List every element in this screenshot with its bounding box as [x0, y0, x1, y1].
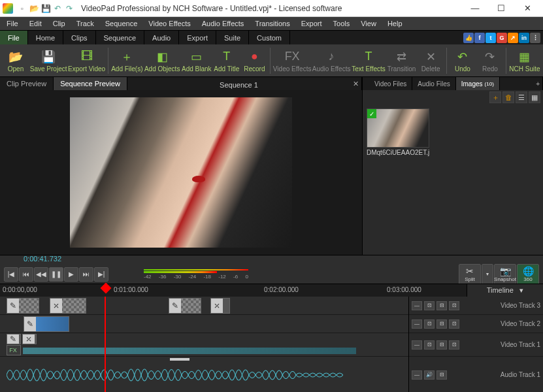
track-fx-button[interactable]: ⊡: [424, 301, 435, 310]
ribbon-record-button[interactable]: ●Record: [241, 46, 267, 76]
ribbon-export-video-button[interactable]: 🎞Export Video: [68, 46, 105, 76]
menu-help[interactable]: Help: [382, 18, 408, 29]
clip-transition[interactable]: ✎: [7, 298, 39, 314]
menu-transitions[interactable]: Transitions: [250, 18, 295, 29]
list-view-icon[interactable]: ☰: [516, 91, 527, 103]
ribbon-video-effects-button[interactable]: FXVideo Effects: [273, 46, 311, 76]
clip-transition[interactable]: ⤫: [50, 298, 86, 314]
ribbon-delete-button[interactable]: ✕Delete: [418, 46, 444, 76]
goto-start-button[interactable]: |◀: [4, 267, 18, 282]
ribbon-redo-button[interactable]: ↷Redo: [477, 46, 503, 76]
ribbon-add-title-button[interactable]: TAdd Title: [213, 46, 240, 76]
ribbon-nch-suite-button[interactable]: ▦NCH Suite: [509, 46, 540, 76]
snapshot-button[interactable]: 📷Snapshot: [494, 264, 516, 285]
menu-video-effects[interactable]: Video Effects: [143, 18, 195, 29]
menu-edit[interactable]: Edit: [24, 18, 47, 29]
tab-audio[interactable]: Audio: [144, 31, 179, 44]
linkedin-icon[interactable]: in: [519, 33, 529, 43]
tab-suite[interactable]: Suite: [216, 31, 249, 44]
play-button[interactable]: ▶: [64, 267, 78, 282]
redo-icon[interactable]: ↷: [64, 3, 74, 14]
ribbon-text-effects-button[interactable]: TText Effects: [352, 46, 386, 76]
track-mute-button[interactable]: —: [412, 301, 422, 310]
ribbon-add-blank-button[interactable]: ▭Add Blank: [181, 46, 212, 76]
tab-home[interactable]: Home: [28, 31, 63, 44]
playhead-line[interactable]: [105, 297, 106, 392]
track-video-3[interactable]: ✎ ⤫ ✎ ⤫: [0, 297, 408, 315]
timeline-tab[interactable]: Timeline ▾: [467, 284, 543, 297]
tab-clips[interactable]: Clips: [63, 31, 95, 44]
track-mute-button[interactable]: —: [412, 370, 422, 380]
timeline-tracks[interactable]: ✎ ⤫ ✎ ⤫ ✎ ✎ ⤫ FX: [0, 297, 408, 392]
menu-dots-icon[interactable]: ⋮: [530, 33, 540, 43]
clip-transition[interactable]: ✎: [169, 298, 201, 314]
menu-view[interactable]: View: [355, 18, 382, 29]
playhead-icon[interactable]: [101, 283, 112, 294]
tab-export[interactable]: Export: [179, 31, 216, 44]
track-video-2[interactable]: ✎: [0, 315, 408, 333]
track-solo-button[interactable]: 🔊: [424, 370, 435, 380]
track-lock-button[interactable]: ⊟: [436, 370, 447, 380]
ribbon-save-project-button[interactable]: 💾Save Project: [30, 46, 67, 76]
tab-audio-files[interactable]: Audio Files: [412, 77, 455, 90]
prev-frame-button[interactable]: ⏮: [19, 267, 33, 282]
menu-export[interactable]: Export: [296, 18, 327, 29]
menu-clip[interactable]: Clip: [48, 18, 71, 29]
share-icon[interactable]: ↗: [508, 33, 518, 43]
360-button[interactable]: 🌐360: [517, 264, 539, 285]
menu-sequence[interactable]: Sequence: [100, 18, 143, 29]
tab-video-files[interactable]: Video Files: [369, 77, 412, 90]
split-button[interactable]: ✂Split: [459, 264, 481, 285]
rewind-button[interactable]: ◀◀: [34, 267, 48, 282]
undo-icon[interactable]: ↶: [52, 3, 63, 14]
twitter-icon[interactable]: t: [485, 33, 496, 43]
minimize-button[interactable]: —: [462, 1, 488, 16]
track-fx-button[interactable]: ⊡: [424, 340, 435, 350]
save-icon[interactable]: 💾: [41, 3, 51, 14]
ribbon-transition-button[interactable]: ⇄Transition: [387, 46, 416, 76]
ribbon-add-file-s--button[interactable]: ＋Add File(s): [111, 46, 143, 76]
track-video-1[interactable]: ✎ ⤫ FX: [0, 333, 408, 357]
track-mute-button[interactable]: —: [412, 340, 422, 350]
new-icon[interactable]: ▫: [17, 3, 27, 14]
menu-audio-effects[interactable]: Audio Effects: [197, 18, 250, 29]
goto-end-button[interactable]: ▶|: [94, 267, 108, 282]
maximize-button[interactable]: ☐: [488, 1, 514, 16]
track-lock-button[interactable]: ⊟: [436, 301, 447, 310]
tab-sequence-preview[interactable]: Sequence Preview: [54, 77, 127, 90]
clip-fx[interactable]: ✎: [7, 334, 21, 344]
timeline-ruler[interactable]: 0:03:00.0000:02:00.0000:01:00.0000:00:00…: [0, 284, 543, 297]
clip-fx-label[interactable]: FX: [7, 345, 21, 355]
clip-transition[interactable]: ⤫: [210, 298, 230, 314]
preview-viewport[interactable]: [0, 90, 362, 255]
open-icon[interactable]: 📂: [29, 3, 39, 14]
tab-custom[interactable]: Custom: [249, 31, 290, 44]
close-button[interactable]: ✕: [514, 1, 540, 16]
like-icon[interactable]: 👍: [463, 33, 474, 43]
ribbon-add-objects-button[interactable]: ◧Add Objects: [144, 46, 180, 76]
ribbon-open-button[interactable]: 📂Open: [3, 46, 29, 76]
preview-close-button[interactable]: ✕: [350, 77, 362, 90]
pause-button[interactable]: ❚❚: [49, 267, 63, 282]
clip-fx[interactable]: ⤫: [22, 334, 37, 344]
track-hide-button[interactable]: ⊡: [449, 340, 459, 350]
menu-track[interactable]: Track: [71, 18, 99, 29]
ribbon-audio-effects-button[interactable]: ♪Audio Effects: [312, 46, 350, 76]
split-dropdown[interactable]: ▾: [482, 264, 493, 285]
media-thumbnail[interactable]: DMqt6CiUEAAO2ET.jpg: [367, 108, 429, 156]
ribbon-undo-button[interactable]: ↶Undo: [450, 46, 476, 76]
grid-view-icon[interactable]: ▦: [529, 91, 540, 103]
tab-clip-preview[interactable]: Clip Preview: [0, 77, 54, 90]
menu-file[interactable]: File: [1, 18, 24, 29]
track-hide-button[interactable]: ⊡: [449, 301, 459, 310]
add-media-icon[interactable]: ＋: [489, 91, 501, 103]
track-fx-button[interactable]: ⊡: [424, 319, 435, 329]
clip-image[interactable]: ✎: [24, 316, 69, 332]
media-tab-add[interactable]: +: [533, 77, 543, 90]
tab-file[interactable]: File: [0, 31, 28, 44]
delete-media-icon[interactable]: 🗑: [502, 91, 514, 103]
track-lock-button[interactable]: ⊟: [436, 319, 447, 329]
facebook-icon[interactable]: f: [474, 33, 485, 43]
track-lock-button[interactable]: ⊟: [436, 340, 447, 350]
tab-sequence[interactable]: Sequence: [96, 31, 145, 44]
